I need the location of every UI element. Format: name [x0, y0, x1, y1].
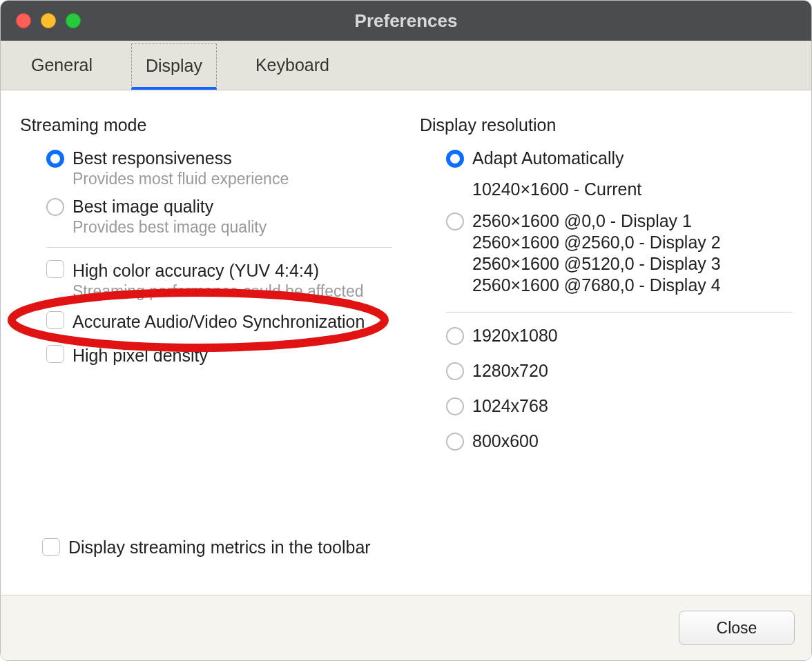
option-best-responsiveness[interactable]: Best responsiveness Provides most fluid …: [46, 148, 392, 189]
checkbox-display-metrics[interactable]: Display streaming metrics in the toolbar: [42, 537, 371, 558]
option-adapt-automatically[interactable]: Adapt Automatically: [446, 148, 792, 169]
divider: [446, 312, 792, 313]
display-line: 2560×1600 @5120,0 - Display 3: [472, 253, 721, 275]
checkbox-subtext: Streaming performance could be affected: [72, 282, 364, 302]
checkbox-icon: [42, 538, 60, 556]
tab-display[interactable]: Display: [131, 43, 217, 90]
option-label: Best responsiveness: [72, 148, 289, 169]
window-title: Preferences: [1, 10, 811, 32]
option-800x600[interactable]: 800x600: [446, 431, 792, 452]
option-1280x720[interactable]: 1280x720: [446, 360, 792, 382]
radio-icon: [446, 213, 464, 230]
divider: [46, 247, 392, 248]
checkbox-label: High color accuracy (YUV 4:4:4): [72, 260, 364, 282]
content-area: Streaming mode Best responsiveness Provi…: [1, 90, 811, 595]
display-resolution-section: Display resolution Adapt Automatically 1…: [420, 115, 792, 595]
footer: Close: [1, 595, 811, 660]
checkbox-label: Accurate Audio/Video Synchronization: [72, 311, 365, 333]
option-multi-display[interactable]: 2560×1600 @0,0 - Display 1 2560×1600 @25…: [446, 210, 792, 297]
close-button[interactable]: Close: [679, 611, 795, 645]
display-line: 2560×1600 @2560,0 - Display 2: [472, 232, 721, 253]
radio-icon: [446, 362, 464, 380]
checkbox-accurate-av-sync[interactable]: Accurate Audio/Video Synchronization: [46, 311, 392, 333]
option-label: 1024x768: [472, 395, 548, 417]
checkbox-label: High pixel density: [72, 345, 208, 366]
display-resolution-title: Display resolution: [420, 115, 792, 135]
option-label: 1280x720: [472, 360, 548, 382]
tab-general[interactable]: General: [17, 41, 106, 90]
tab-bar: General Display Keyboard: [1, 41, 811, 90]
radio-icon: [446, 150, 464, 168]
radio-icon: [446, 433, 464, 451]
checkbox-high-pixel-density[interactable]: High pixel density: [46, 345, 392, 366]
radio-icon: [446, 327, 464, 345]
multi-display-lines: 2560×1600 @0,0 - Display 1 2560×1600 @25…: [472, 210, 721, 297]
titlebar: Preferences: [1, 1, 811, 41]
tab-keyboard[interactable]: Keyboard: [242, 41, 343, 90]
option-label: Adapt Automatically: [472, 148, 624, 169]
option-1920x1080[interactable]: 1920x1080: [446, 325, 792, 346]
current-resolution-label: 10240×1600 - Current: [472, 179, 792, 200]
checkbox-label: Display streaming metrics in the toolbar: [68, 537, 371, 558]
display-line: 2560×1600 @7680,0 - Display 4: [472, 275, 721, 296]
display-line: 2560×1600 @0,0 - Display 1: [472, 210, 721, 232]
preferences-window: Preferences General Display Keyboard Str…: [0, 0, 812, 661]
checkbox-icon: [46, 260, 64, 278]
option-label: 1920x1080: [472, 325, 558, 346]
option-label: Best image quality: [72, 196, 267, 217]
streaming-mode-section: Streaming mode Best responsiveness Provi…: [20, 115, 392, 595]
option-1024x768[interactable]: 1024x768: [446, 395, 792, 417]
radio-icon: [46, 150, 64, 168]
option-subtext: Provides most fluid experience: [72, 169, 289, 189]
streaming-mode-title: Streaming mode: [20, 115, 392, 135]
radio-icon: [46, 198, 64, 216]
checkbox-icon: [46, 311, 64, 329]
option-subtext: Provides best image quality: [72, 217, 267, 237]
option-label: 800x600: [472, 431, 539, 452]
checkbox-high-color-accuracy[interactable]: High color accuracy (YUV 4:4:4) Streamin…: [46, 260, 392, 302]
option-best-image-quality[interactable]: Best image quality Provides best image q…: [46, 196, 392, 237]
radio-icon: [446, 397, 464, 415]
checkbox-icon: [46, 345, 64, 363]
